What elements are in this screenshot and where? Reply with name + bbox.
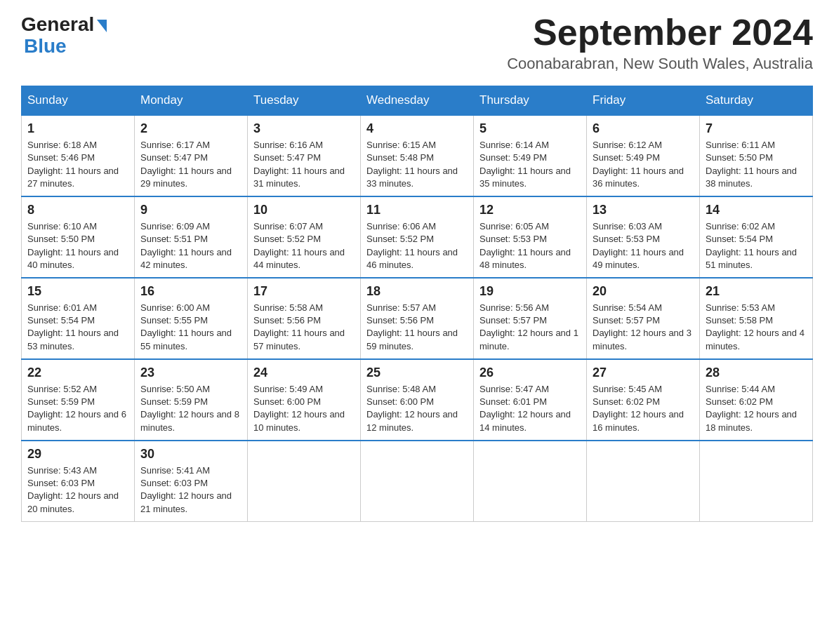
day-number: 25 [366, 364, 468, 382]
table-row: 24Sunrise: 5:49 AMSunset: 6:00 PMDayligh… [248, 359, 361, 441]
day-info: Sunrise: 5:57 AMSunset: 5:56 PMDaylight:… [366, 302, 468, 353]
day-number: 16 [140, 283, 241, 300]
day-number: 1 [27, 120, 128, 137]
day-number: 12 [479, 201, 581, 219]
day-number: 9 [140, 201, 241, 219]
day-info: Sunrise: 6:14 AMSunset: 5:49 PMDaylight:… [479, 139, 581, 190]
day-number: 15 [27, 283, 128, 300]
day-number: 7 [706, 120, 807, 137]
col-wednesday: Wednesday [361, 86, 474, 116]
table-row: 1Sunrise: 6:18 AMSunset: 5:46 PMDaylight… [22, 115, 135, 196]
table-row: 14Sunrise: 6:02 AMSunset: 5:54 PMDayligh… [700, 196, 813, 278]
logo-general-text: General [21, 14, 94, 36]
table-row: 23Sunrise: 5:50 AMSunset: 5:59 PMDayligh… [135, 359, 248, 441]
day-info: Sunrise: 6:11 AMSunset: 5:50 PMDaylight:… [706, 139, 807, 190]
day-number: 29 [27, 445, 128, 463]
table-row: 10Sunrise: 6:07 AMSunset: 5:52 PMDayligh… [248, 196, 361, 278]
table-row: 5Sunrise: 6:14 AMSunset: 5:49 PMDaylight… [474, 115, 587, 196]
day-number: 18 [366, 283, 468, 300]
page-header: General Blue September 2024 Coonabarabra… [21, 14, 813, 73]
day-info: Sunrise: 5:45 AMSunset: 6:02 PMDaylight:… [593, 383, 694, 434]
table-row: 16Sunrise: 6:00 AMSunset: 5:55 PMDayligh… [135, 278, 248, 359]
table-row: 25Sunrise: 5:48 AMSunset: 6:00 PMDayligh… [361, 359, 474, 441]
table-row: 26Sunrise: 5:47 AMSunset: 6:01 PMDayligh… [474, 359, 587, 441]
day-info: Sunrise: 5:50 AMSunset: 5:59 PMDaylight:… [140, 383, 241, 434]
table-row: 12Sunrise: 6:05 AMSunset: 5:53 PMDayligh… [474, 196, 587, 278]
col-friday: Friday [587, 86, 700, 116]
col-saturday: Saturday [700, 86, 813, 116]
table-row: 20Sunrise: 5:54 AMSunset: 5:57 PMDayligh… [587, 278, 700, 359]
calendar-week-row: 22Sunrise: 5:52 AMSunset: 5:59 PMDayligh… [22, 359, 813, 441]
table-row: 21Sunrise: 5:53 AMSunset: 5:58 PMDayligh… [700, 278, 813, 359]
day-number: 23 [140, 364, 241, 382]
day-info: Sunrise: 6:01 AMSunset: 5:54 PMDaylight:… [27, 302, 128, 353]
day-number: 27 [593, 364, 694, 382]
day-number: 13 [593, 201, 694, 219]
day-number: 30 [140, 445, 241, 463]
day-info: Sunrise: 5:49 AMSunset: 6:00 PMDaylight:… [253, 383, 355, 434]
day-number: 5 [479, 120, 581, 137]
col-tuesday: Tuesday [248, 86, 361, 116]
table-row: 9Sunrise: 6:09 AMSunset: 5:51 PMDaylight… [135, 196, 248, 278]
table-row [361, 441, 474, 521]
table-row [474, 441, 587, 521]
day-info: Sunrise: 5:56 AMSunset: 5:57 PMDaylight:… [479, 302, 581, 353]
day-number: 3 [253, 120, 355, 137]
table-row: 19Sunrise: 5:56 AMSunset: 5:57 PMDayligh… [474, 278, 587, 359]
day-number: 2 [140, 120, 241, 137]
day-info: Sunrise: 6:05 AMSunset: 5:53 PMDaylight:… [479, 220, 581, 271]
day-info: Sunrise: 6:02 AMSunset: 5:54 PMDaylight:… [706, 220, 807, 271]
day-info: Sunrise: 5:41 AMSunset: 6:03 PMDaylight:… [140, 464, 241, 516]
day-number: 8 [27, 201, 128, 219]
calendar-week-row: 8Sunrise: 6:10 AMSunset: 5:50 PMDaylight… [22, 196, 813, 278]
table-row: 8Sunrise: 6:10 AMSunset: 5:50 PMDaylight… [22, 196, 135, 278]
table-row: 27Sunrise: 5:45 AMSunset: 6:02 PMDayligh… [587, 359, 700, 441]
calendar-table: Sunday Monday Tuesday Wednesday Thursday… [21, 86, 813, 522]
table-row: 30Sunrise: 5:41 AMSunset: 6:03 PMDayligh… [135, 441, 248, 521]
day-number: 6 [593, 120, 694, 137]
day-info: Sunrise: 5:53 AMSunset: 5:58 PMDaylight:… [706, 302, 807, 353]
day-number: 26 [479, 364, 581, 382]
logo-blue-text: Blue [24, 36, 67, 58]
location-subtitle: Coonabarabran, New South Wales, Australi… [507, 55, 813, 73]
day-info: Sunrise: 6:15 AMSunset: 5:48 PMDaylight:… [366, 139, 468, 190]
logo: General Blue [21, 14, 107, 58]
day-number: 19 [479, 283, 581, 300]
day-info: Sunrise: 5:43 AMSunset: 6:03 PMDaylight:… [27, 464, 128, 516]
day-number: 20 [593, 283, 694, 300]
day-number: 28 [706, 364, 807, 382]
table-row: 22Sunrise: 5:52 AMSunset: 5:59 PMDayligh… [22, 359, 135, 441]
day-info: Sunrise: 6:17 AMSunset: 5:47 PMDaylight:… [140, 139, 241, 190]
table-row [248, 441, 361, 521]
table-row: 4Sunrise: 6:15 AMSunset: 5:48 PMDaylight… [361, 115, 474, 196]
calendar-week-row: 1Sunrise: 6:18 AMSunset: 5:46 PMDaylight… [22, 115, 813, 196]
day-info: Sunrise: 6:16 AMSunset: 5:47 PMDaylight:… [253, 139, 355, 190]
logo-arrow-icon [97, 20, 107, 32]
day-info: Sunrise: 6:00 AMSunset: 5:55 PMDaylight:… [140, 302, 241, 353]
table-row: 7Sunrise: 6:11 AMSunset: 5:50 PMDaylight… [700, 115, 813, 196]
month-year-title: September 2024 [507, 14, 813, 51]
table-row: 6Sunrise: 6:12 AMSunset: 5:49 PMDaylight… [587, 115, 700, 196]
day-info: Sunrise: 6:12 AMSunset: 5:49 PMDaylight:… [593, 139, 694, 190]
day-info: Sunrise: 5:48 AMSunset: 6:00 PMDaylight:… [366, 383, 468, 434]
table-row: 18Sunrise: 5:57 AMSunset: 5:56 PMDayligh… [361, 278, 474, 359]
day-info: Sunrise: 5:58 AMSunset: 5:56 PMDaylight:… [253, 302, 355, 353]
day-info: Sunrise: 6:10 AMSunset: 5:50 PMDaylight:… [27, 220, 128, 271]
table-row: 28Sunrise: 5:44 AMSunset: 6:02 PMDayligh… [700, 359, 813, 441]
day-info: Sunrise: 6:18 AMSunset: 5:46 PMDaylight:… [27, 139, 128, 190]
day-info: Sunrise: 5:54 AMSunset: 5:57 PMDaylight:… [593, 302, 694, 353]
day-info: Sunrise: 5:52 AMSunset: 5:59 PMDaylight:… [27, 383, 128, 434]
day-number: 10 [253, 201, 355, 219]
day-number: 22 [27, 364, 128, 382]
table-row: 11Sunrise: 6:06 AMSunset: 5:52 PMDayligh… [361, 196, 474, 278]
day-info: Sunrise: 6:09 AMSunset: 5:51 PMDaylight:… [140, 220, 241, 271]
calendar-week-row: 15Sunrise: 6:01 AMSunset: 5:54 PMDayligh… [22, 278, 813, 359]
calendar-header-row: Sunday Monday Tuesday Wednesday Thursday… [22, 86, 813, 116]
day-number: 17 [253, 283, 355, 300]
table-row: 13Sunrise: 6:03 AMSunset: 5:53 PMDayligh… [587, 196, 700, 278]
day-info: Sunrise: 5:47 AMSunset: 6:01 PMDaylight:… [479, 383, 581, 434]
table-row: 2Sunrise: 6:17 AMSunset: 5:47 PMDaylight… [135, 115, 248, 196]
table-row [587, 441, 700, 521]
day-info: Sunrise: 6:03 AMSunset: 5:53 PMDaylight:… [593, 220, 694, 271]
table-row: 29Sunrise: 5:43 AMSunset: 6:03 PMDayligh… [22, 441, 135, 521]
